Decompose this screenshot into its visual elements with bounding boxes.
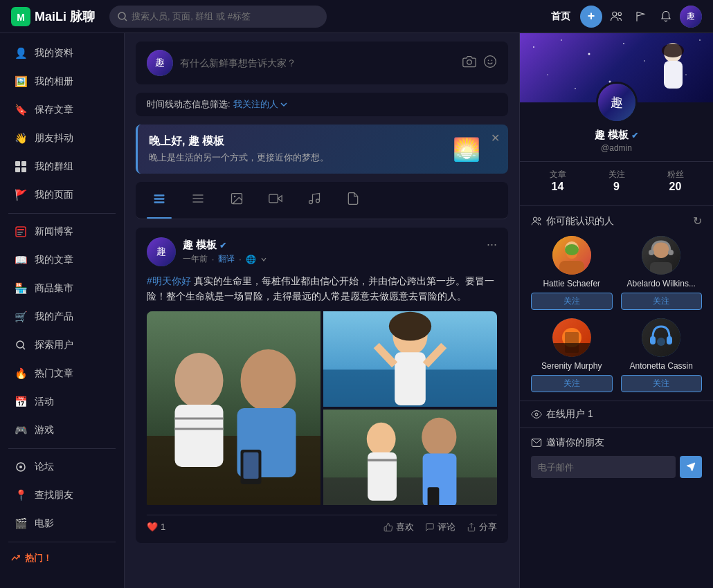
profile-verified: ✔ <box>631 131 638 140</box>
svg-point-40 <box>241 349 296 412</box>
svg-rect-72 <box>650 262 672 275</box>
svg-point-63 <box>533 217 536 221</box>
sidebar-item-saved[interactable]: 🔖 保存文章 <box>3 96 121 124</box>
person-card-0: Hattie Schaefer 关注 <box>531 236 613 310</box>
filter-value[interactable]: 我关注的人 <box>233 98 288 111</box>
explore-icon <box>14 338 28 352</box>
sidebar-item-trending[interactable]: 🔥 热门文章 <box>3 360 121 387</box>
sidebar-item-profile[interactable]: 👤 我的资料 <box>3 39 121 67</box>
invite-email-input[interactable] <box>531 456 676 478</box>
svg-point-83 <box>535 413 538 416</box>
person-name-2: Serenity Murphy <box>531 361 613 371</box>
invite-send-button[interactable] <box>680 456 702 478</box>
follow-button-2[interactable]: 关注 <box>531 375 613 392</box>
tab-music[interactable] <box>302 187 327 213</box>
follow-button-1[interactable]: 关注 <box>621 293 703 310</box>
profile-icon: 👤 <box>14 46 28 60</box>
sidebar-item-market[interactable]: 🏪 商品集市 <box>3 275 121 302</box>
profile-stats: 文章 14 关注 9 粉丝 20 <box>520 161 713 200</box>
follow-button-3[interactable]: 关注 <box>621 375 703 392</box>
emoji-icon[interactable] <box>483 55 497 72</box>
sidebar-item-products[interactable]: 🛒 我的产品 <box>3 303 121 331</box>
pages-icon: 🚩 <box>14 188 28 202</box>
post-image-main[interactable] <box>147 311 321 505</box>
svg-rect-58 <box>428 487 440 505</box>
person-avatar-0[interactable] <box>552 236 591 275</box>
tab-list[interactable] <box>147 187 172 213</box>
post-icons <box>462 55 497 72</box>
svg-point-74 <box>668 250 674 255</box>
sidebar-item-explore[interactable]: 探索用户 <box>3 331 121 359</box>
logo: M MaiLi 脉聊 <box>11 7 101 26</box>
globe-icon: 🌐 <box>246 255 256 264</box>
tab-grid[interactable] <box>186 187 210 213</box>
market-icon: 🏪 <box>14 282 28 295</box>
search-bar[interactable] <box>109 6 327 28</box>
follow-button-0[interactable]: 关注 <box>531 293 613 310</box>
sidebar-item-album[interactable]: 🖼️ 我的相册 <box>3 68 121 95</box>
eye-icon <box>531 409 542 420</box>
camera-icon[interactable] <box>462 55 476 72</box>
tab-photos[interactable] <box>224 187 249 213</box>
games-icon: 🎮 <box>14 423 28 437</box>
sidebar-divider-2 <box>8 448 116 449</box>
flag-icon-btn[interactable] <box>630 6 652 28</box>
sidebar-item-groups[interactable]: 我的群组 <box>3 153 121 181</box>
sidebar-item-events[interactable]: 📅 活动 <box>3 388 121 416</box>
album-icon: 🖼️ <box>14 75 28 89</box>
share-button[interactable]: 分享 <box>467 521 497 533</box>
like-button[interactable]: 喜欢 <box>383 521 414 533</box>
svg-rect-37 <box>175 405 224 467</box>
post-image-bottom[interactable] <box>323 410 497 505</box>
sidebar-item-pages[interactable]: 🚩 我的页面 <box>3 181 121 209</box>
add-button[interactable]: + <box>580 6 602 28</box>
person-name-3: Antonetta Cassin <box>621 361 703 371</box>
nav-links: 首页 + 趣 <box>544 6 702 28</box>
svg-point-64 <box>538 217 541 220</box>
online-header: 在线用户 1 <box>531 408 702 421</box>
person-card-3: Antonetta Cassin 关注 <box>621 318 703 392</box>
tab-files[interactable] <box>341 187 365 213</box>
logo-icon: M <box>11 7 30 26</box>
post-user-avatar[interactable]: 趣 <box>147 237 176 266</box>
sidebar-item-movies[interactable]: 🎬 电影 <box>3 510 121 538</box>
person-avatar-1[interactable] <box>642 236 680 275</box>
tab-videos[interactable] <box>263 187 288 213</box>
bell-icon-btn[interactable] <box>655 6 677 28</box>
nav-home[interactable]: 首页 <box>544 8 577 26</box>
comment-button[interactable]: 评论 <box>425 521 455 533</box>
sidebar-item-articles[interactable]: 📖 我的文章 <box>3 246 121 274</box>
post-image-top[interactable] <box>323 311 497 407</box>
hashtag[interactable]: #明天你好 <box>147 275 191 286</box>
person-card-2: Serenity Murphy 关注 <box>531 318 613 392</box>
sidebar-item-news[interactable]: 新闻博客 <box>3 218 121 246</box>
user-avatar-nav[interactable]: 趣 <box>680 6 702 28</box>
svg-rect-80 <box>650 336 656 344</box>
person-avatar-3[interactable] <box>642 318 680 357</box>
greeting-close-button[interactable]: ✕ <box>491 131 500 145</box>
sidebar-item-poke[interactable]: 👋 朋友抖动 <box>3 125 121 152</box>
person-avatar-2[interactable] <box>552 318 591 357</box>
svg-point-5 <box>618 12 622 16</box>
sidebar-item-forum[interactable]: 论坛 <box>3 453 121 481</box>
svg-rect-8 <box>15 167 20 172</box>
svg-text:M: M <box>17 12 25 23</box>
reaction-summary: ❤️ 1 <box>147 522 165 532</box>
search-input[interactable] <box>132 11 318 21</box>
share-icon <box>467 522 476 532</box>
post-menu-button[interactable]: ··· <box>487 237 497 252</box>
profile-avatar[interactable]: 趣 <box>596 82 638 123</box>
friends-icon-btn[interactable] <box>605 6 627 28</box>
feed: 趣 时间线动态信息筛选: 我关注的人 晚上好, 趣 模板 晚上是生 <box>125 33 519 588</box>
online-section: 在线用户 1 <box>520 401 713 428</box>
verified-badge: ✔ <box>219 241 226 250</box>
svg-point-56 <box>422 418 456 457</box>
post-input-field[interactable] <box>180 57 455 68</box>
sidebar-item-games[interactable]: 🎮 游戏 <box>3 416 121 444</box>
filter-bar: 时间线动态信息筛选: 我关注的人 <box>136 93 508 116</box>
topnav: M MaiLi 脉聊 首页 + 趣 <box>0 0 713 33</box>
find-friends-icon: 📍 <box>14 488 28 502</box>
refresh-button[interactable]: ↻ <box>693 214 702 228</box>
events-icon: 📅 <box>14 395 28 409</box>
sidebar-item-find-friends[interactable]: 📍 查找朋友 <box>3 481 121 509</box>
